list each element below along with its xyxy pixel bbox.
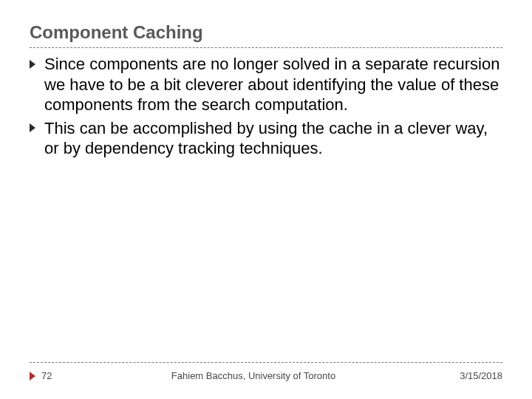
footer-author: Fahiem Bacchus, University of Toronto xyxy=(64,370,443,381)
title-divider xyxy=(30,47,502,48)
footer-divider xyxy=(30,362,502,363)
triangle-bullet-icon xyxy=(30,60,35,69)
slide-body: Since components are no longer solved in… xyxy=(30,54,502,159)
slide-title: Component Caching xyxy=(30,22,502,43)
footer-date: 3/15/2018 xyxy=(443,370,502,381)
bullet-item: This can be accomplished by using the ca… xyxy=(30,118,502,159)
triangle-bullet-icon xyxy=(30,123,35,132)
slide: Component Caching Since components are n… xyxy=(0,0,532,399)
bullet-item: Since components are no longer solved in… xyxy=(30,54,502,115)
slide-footer: 72 Fahiem Bacchus, University of Toronto… xyxy=(30,362,502,381)
page-number: 72 xyxy=(41,370,64,381)
bullet-text: This can be accomplished by using the ca… xyxy=(44,119,488,158)
footer-row: 72 Fahiem Bacchus, University of Toronto… xyxy=(30,370,502,381)
page-marker-icon xyxy=(30,372,35,381)
bullet-text: Since components are no longer solved in… xyxy=(44,55,499,114)
